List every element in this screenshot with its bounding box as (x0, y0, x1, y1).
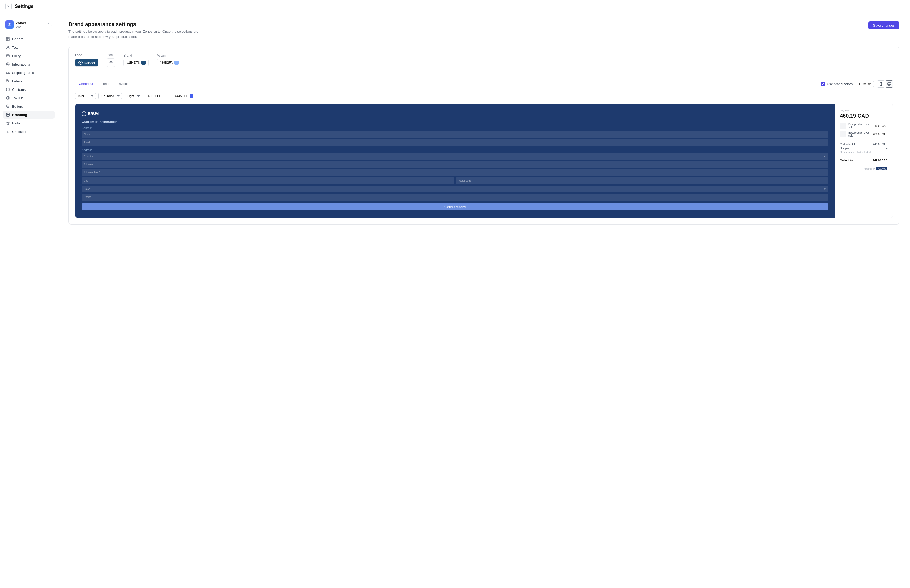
style-controls: Inter Roboto Lato Rounded Sharp Soft Lig… (75, 93, 893, 100)
sidebar-label: Branding (12, 113, 27, 117)
country-select[interactable]: Country ▼ (82, 153, 828, 160)
mode-selector[interactable]: Light Dark (124, 93, 142, 100)
contact-label: Contact (82, 126, 828, 129)
item-name: Best product ever sold (849, 123, 872, 129)
sidebar-item-billing[interactable]: Billing (3, 52, 55, 60)
org-avatar: Z (5, 20, 14, 29)
logo-circle-icon (78, 61, 83, 65)
accent-label: Accent (157, 54, 181, 57)
accent-color-swatch (174, 61, 178, 65)
logo-label: Logo (75, 53, 98, 57)
title-bar: ✕ Settings (0, 0, 910, 13)
sidebar-item-integrations[interactable]: Integrations (3, 60, 55, 68)
sidebar: Z Zonos 909 ⌃⌄ General Team (0, 13, 58, 588)
address-field[interactable]: Address (82, 161, 828, 168)
logo-field: Logo BRUVI (75, 53, 98, 66)
city-postal-row: City Postal code (82, 178, 828, 186)
order-item-1: Best product ever sold 49.60 CAD (840, 123, 887, 129)
sidebar-item-branding[interactable]: Branding (3, 111, 55, 119)
shipping-icon (6, 71, 10, 75)
sidebar-item-hello[interactable]: Hello (3, 119, 55, 127)
save-button[interactable]: Save changes (868, 21, 899, 29)
sidebar-item-tax-ids[interactable]: Tax IDs (3, 94, 55, 102)
svg-rect-23 (887, 82, 891, 85)
checkout-logo-circle-icon (82, 111, 86, 116)
tab-hello[interactable]: Hello (98, 80, 113, 89)
svg-rect-3 (8, 39, 10, 40)
sidebar-item-labels[interactable]: Labels (3, 77, 55, 85)
address2-field[interactable]: Address line 2 (82, 169, 828, 176)
state-select[interactable]: State ▼ (82, 186, 828, 192)
svg-rect-0 (6, 37, 8, 39)
preview-tabs: Checkout Hello Invoice Use brand colors … (75, 80, 893, 89)
use-brand-colors-label: Use brand colors (821, 82, 853, 86)
accent2-color-picker[interactable]: #445EEE (172, 93, 196, 100)
page-header: Brand appearance settings The settings b… (68, 21, 899, 39)
order-item-2: Best product ever sold 200.00 CAD (840, 131, 887, 137)
page-description: The settings below apply to each product… (68, 29, 200, 39)
sidebar-label: General (12, 37, 24, 41)
item-image (840, 123, 846, 129)
org-info: Zonos 909 (16, 21, 45, 28)
email-field[interactable]: Email (82, 139, 828, 146)
sidebar-item-customs[interactable]: Customs (3, 86, 55, 94)
desktop-view-button[interactable] (886, 80, 893, 88)
sidebar-item-checkout[interactable]: Checkout (3, 128, 55, 136)
mobile-view-button[interactable] (877, 80, 884, 88)
sidebar-label: Team (12, 45, 21, 50)
phone-field[interactable]: Phone (82, 194, 828, 200)
logo-dot (80, 62, 81, 63)
brand-color-value: #1E4D78 (126, 61, 139, 65)
use-brand-colors-checkbox[interactable] (821, 82, 825, 86)
svg-rect-2 (6, 39, 8, 40)
brand-color-field: Brand #1E4D78 (123, 54, 148, 66)
tab-checkout[interactable]: Checkout (75, 80, 97, 89)
accent2-color-swatch (189, 94, 193, 98)
preview-button[interactable]: Preview (856, 81, 874, 87)
close-button[interactable]: ✕ (5, 3, 11, 10)
logo-display: BRUVI (75, 59, 98, 66)
add-icon-button[interactable]: ⊕ (107, 58, 115, 67)
sidebar-item-team[interactable]: Team (3, 44, 55, 51)
name-field[interactable]: Name (82, 131, 828, 138)
window-title: Settings (15, 4, 34, 9)
pay-brand: Pay Bruvi (840, 109, 887, 112)
shipping-line: Shipping – (840, 147, 887, 150)
continue-shipping-button[interactable]: Continue shipping (82, 204, 828, 210)
brand-color-picker[interactable]: #1E4D78 (123, 59, 148, 66)
icon-label: Icon (107, 53, 115, 57)
sidebar-label: Shipping rates (12, 71, 34, 75)
svg-rect-1 (8, 37, 10, 39)
sidebar-label: Integrations (12, 62, 30, 66)
bg-color-picker[interactable]: #FFFFFF (145, 93, 169, 100)
subtotal-line: Cart subtotal 249.60 CAD (840, 143, 887, 146)
accent-color-picker[interactable]: #89B2FA (157, 59, 181, 66)
chevron-icon: ⌃⌄ (47, 23, 52, 26)
tab-invoice[interactable]: Invoice (114, 80, 133, 89)
billing-icon (6, 54, 10, 58)
buffers-icon (6, 104, 10, 108)
style-selector[interactable]: Rounded Sharp Soft (99, 93, 122, 100)
postal-field[interactable]: Postal code (456, 178, 828, 184)
city-field[interactable]: City (82, 178, 454, 184)
customs-icon (6, 87, 10, 92)
font-selector[interactable]: Inter Roboto Lato (75, 93, 96, 100)
item-name: Best product ever sold (849, 131, 871, 137)
user-icon (6, 45, 10, 50)
order-total-line: Order total 249.60 CAD (840, 159, 887, 162)
accent-color-value: #89B2FA (160, 61, 173, 65)
org-selector[interactable]: Z Zonos 909 ⌃⌄ (3, 18, 55, 31)
sidebar-item-buffers[interactable]: Buffers (3, 102, 55, 110)
svg-point-16 (6, 105, 9, 106)
order-summary-panel: Pay Bruvi 460.19 CAD Best product ever s… (835, 104, 892, 218)
sidebar-item-general[interactable]: General (3, 35, 55, 43)
svg-point-7 (6, 63, 10, 66)
sidebar-item-shipping-rates[interactable]: Shipping rates (3, 69, 55, 77)
sidebar-label: Billing (12, 54, 21, 58)
grid-icon (6, 37, 10, 41)
branding-icon (6, 113, 10, 117)
sidebar-label: Buffers (12, 105, 23, 108)
accent-color-field: Accent #89B2FA (157, 54, 181, 66)
org-id: 909 (16, 25, 45, 28)
state-arrow-icon: ▼ (824, 188, 826, 191)
